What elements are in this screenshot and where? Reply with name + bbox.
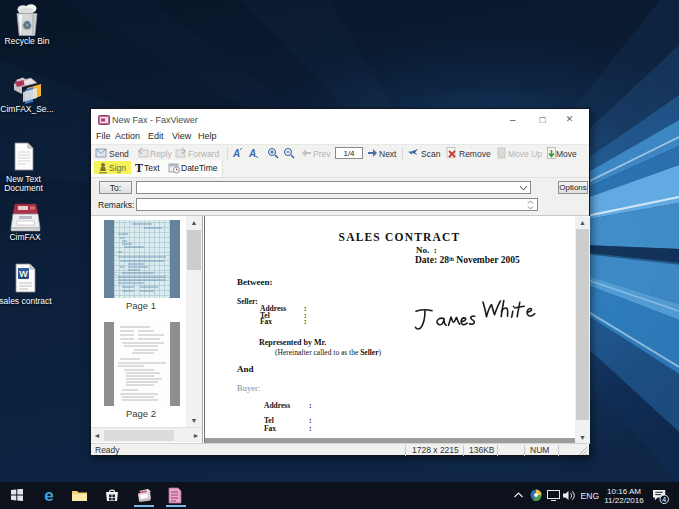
svg-text:♻: ♻ bbox=[23, 19, 32, 30]
svg-text:W: W bbox=[19, 269, 28, 279]
svg-text:A: A bbox=[232, 148, 240, 159]
svg-text:4: 4 bbox=[662, 496, 666, 503]
svg-text:A: A bbox=[248, 148, 256, 159]
